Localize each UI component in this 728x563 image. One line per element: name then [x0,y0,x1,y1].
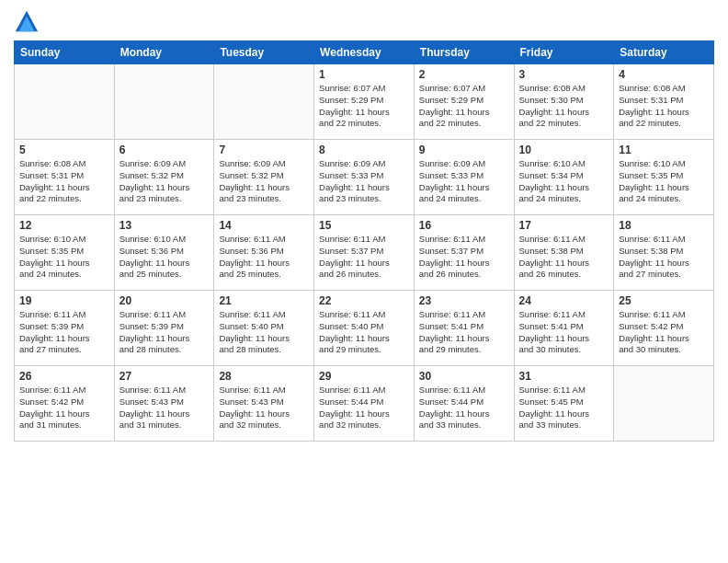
day-number: 25 [619,294,709,307]
day-info: Sunrise: 6:07 AM Sunset: 5:29 PM Dayligh… [419,83,509,130]
day-number: 5 [19,144,109,156]
week-row-2: 12Sunrise: 6:10 AM Sunset: 5:35 PM Dayli… [15,215,714,291]
day-number: 15 [319,219,409,232]
calendar-cell: 22Sunrise: 6:11 AM Sunset: 5:40 PM Dayli… [314,291,415,366]
day-info: Sunrise: 6:11 AM Sunset: 5:38 PM Dayligh… [519,234,609,281]
day-info: Sunrise: 6:11 AM Sunset: 5:39 PM Dayligh… [119,309,210,356]
day-number: 27 [119,370,210,383]
day-info: Sunrise: 6:08 AM Sunset: 5:31 PM Dayligh… [619,83,709,130]
day-number: 17 [519,219,609,232]
day-info: Sunrise: 6:09 AM Sunset: 5:32 PM Dayligh… [219,158,309,205]
calendar-cell: 12Sunrise: 6:10 AM Sunset: 5:35 PM Dayli… [15,215,115,291]
week-row-4: 26Sunrise: 6:11 AM Sunset: 5:42 PM Dayli… [15,366,714,442]
calendar-cell: 9Sunrise: 6:09 AM Sunset: 5:33 PM Daylig… [414,140,514,215]
day-info: Sunrise: 6:09 AM Sunset: 5:33 PM Dayligh… [319,158,409,205]
day-number: 29 [319,370,409,383]
day-number: 23 [419,294,509,307]
calendar-cell: 23Sunrise: 6:11 AM Sunset: 5:41 PM Dayli… [414,291,514,366]
day-info: Sunrise: 6:09 AM Sunset: 5:33 PM Dayligh… [419,158,509,205]
calendar-cell: 29Sunrise: 6:11 AM Sunset: 5:44 PM Dayli… [314,366,415,442]
day-number: 28 [219,370,309,383]
day-number: 3 [519,68,609,81]
day-info: Sunrise: 6:11 AM Sunset: 5:41 PM Dayligh… [519,309,609,356]
day-info: Sunrise: 6:08 AM Sunset: 5:31 PM Dayligh… [19,158,109,205]
weekday-tuesday: Tuesday [214,41,314,64]
day-info: Sunrise: 6:11 AM Sunset: 5:42 PM Dayligh… [19,385,109,431]
day-number: 6 [119,144,210,156]
weekday-monday: Monday [114,41,214,64]
day-number: 12 [19,219,109,232]
day-number: 16 [419,219,509,232]
calendar-cell: 15Sunrise: 6:11 AM Sunset: 5:37 PM Dayli… [314,215,415,291]
calendar-cell: 26Sunrise: 6:11 AM Sunset: 5:42 PM Dayli… [15,366,115,442]
calendar-cell: 8Sunrise: 6:09 AM Sunset: 5:33 PM Daylig… [314,140,415,215]
day-number: 26 [19,370,109,383]
calendar-cell: 25Sunrise: 6:11 AM Sunset: 5:42 PM Dayli… [614,291,714,366]
calendar-body: 1Sunrise: 6:07 AM Sunset: 5:29 PM Daylig… [15,64,714,442]
weekday-wednesday: Wednesday [314,41,415,64]
day-info: Sunrise: 6:09 AM Sunset: 5:32 PM Dayligh… [119,158,210,205]
calendar-cell: 20Sunrise: 6:11 AM Sunset: 5:39 PM Dayli… [114,291,214,366]
calendar-cell: 1Sunrise: 6:07 AM Sunset: 5:29 PM Daylig… [314,64,415,140]
calendar-cell: 5Sunrise: 6:08 AM Sunset: 5:31 PM Daylig… [15,140,115,215]
day-info: Sunrise: 6:10 AM Sunset: 5:36 PM Dayligh… [119,234,210,281]
weekday-sunday: Sunday [15,41,115,64]
weekday-header-row: SundayMondayTuesdayWednesdayThursdayFrid… [15,41,714,64]
week-row-1: 5Sunrise: 6:08 AM Sunset: 5:31 PM Daylig… [15,140,714,215]
day-info: Sunrise: 6:10 AM Sunset: 5:35 PM Dayligh… [19,234,109,281]
calendar-cell: 17Sunrise: 6:11 AM Sunset: 5:38 PM Dayli… [514,215,614,291]
day-number: 2 [419,68,509,81]
calendar-cell [214,64,314,140]
calendar-cell: 10Sunrise: 6:10 AM Sunset: 5:34 PM Dayli… [514,140,614,215]
day-info: Sunrise: 6:07 AM Sunset: 5:29 PM Dayligh… [319,83,409,130]
calendar-cell: 24Sunrise: 6:11 AM Sunset: 5:41 PM Dayli… [514,291,614,366]
header [14,9,714,35]
weekday-friday: Friday [514,41,614,64]
day-info: Sunrise: 6:11 AM Sunset: 5:36 PM Dayligh… [219,234,309,281]
day-info: Sunrise: 6:11 AM Sunset: 5:44 PM Dayligh… [319,385,409,431]
day-number: 22 [319,294,409,307]
calendar-cell: 18Sunrise: 6:11 AM Sunset: 5:38 PM Dayli… [614,215,714,291]
day-number: 10 [519,144,609,156]
day-number: 13 [119,219,210,232]
week-row-0: 1Sunrise: 6:07 AM Sunset: 5:29 PM Daylig… [15,64,714,140]
logo-icon [14,9,40,35]
calendar-header: SundayMondayTuesdayWednesdayThursdayFrid… [15,41,714,64]
day-info: Sunrise: 6:11 AM Sunset: 5:37 PM Dayligh… [319,234,409,281]
day-info: Sunrise: 6:11 AM Sunset: 5:39 PM Dayligh… [19,309,109,356]
calendar-cell: 7Sunrise: 6:09 AM Sunset: 5:32 PM Daylig… [214,140,314,215]
day-number: 31 [519,370,609,383]
day-info: Sunrise: 6:08 AM Sunset: 5:30 PM Dayligh… [519,83,609,130]
day-info: Sunrise: 6:10 AM Sunset: 5:35 PM Dayligh… [619,158,709,205]
day-info: Sunrise: 6:11 AM Sunset: 5:40 PM Dayligh… [319,309,409,356]
day-number: 14 [219,219,309,232]
calendar-cell: 19Sunrise: 6:11 AM Sunset: 5:39 PM Dayli… [15,291,115,366]
calendar-cell: 28Sunrise: 6:11 AM Sunset: 5:43 PM Dayli… [214,366,314,442]
calendar-cell: 2Sunrise: 6:07 AM Sunset: 5:29 PM Daylig… [414,64,514,140]
day-number: 7 [219,144,309,156]
day-info: Sunrise: 6:11 AM Sunset: 5:45 PM Dayligh… [519,385,609,431]
day-number: 19 [19,294,109,307]
calendar-table: SundayMondayTuesdayWednesdayThursdayFrid… [14,40,714,442]
day-info: Sunrise: 6:11 AM Sunset: 5:43 PM Dayligh… [219,385,309,431]
day-info: Sunrise: 6:10 AM Sunset: 5:34 PM Dayligh… [519,158,609,205]
logo [14,9,43,35]
day-info: Sunrise: 6:11 AM Sunset: 5:41 PM Dayligh… [419,309,509,356]
day-number: 9 [419,144,509,156]
day-number: 18 [619,219,709,232]
calendar-cell: 21Sunrise: 6:11 AM Sunset: 5:40 PM Dayli… [214,291,314,366]
page-container: SundayMondayTuesdayWednesdayThursdayFrid… [0,0,728,451]
day-number: 24 [519,294,609,307]
day-number: 1 [319,68,409,81]
day-number: 8 [319,144,409,156]
calendar-cell: 14Sunrise: 6:11 AM Sunset: 5:36 PM Dayli… [214,215,314,291]
calendar-cell: 30Sunrise: 6:11 AM Sunset: 5:44 PM Dayli… [414,366,514,442]
day-number: 20 [119,294,210,307]
day-info: Sunrise: 6:11 AM Sunset: 5:38 PM Dayligh… [619,234,709,281]
calendar-cell: 13Sunrise: 6:10 AM Sunset: 5:36 PM Dayli… [114,215,214,291]
calendar-cell: 31Sunrise: 6:11 AM Sunset: 5:45 PM Dayli… [514,366,614,442]
calendar-cell: 27Sunrise: 6:11 AM Sunset: 5:43 PM Dayli… [114,366,214,442]
calendar-cell: 6Sunrise: 6:09 AM Sunset: 5:32 PM Daylig… [114,140,214,215]
calendar-cell [614,366,714,442]
calendar-cell [15,64,115,140]
